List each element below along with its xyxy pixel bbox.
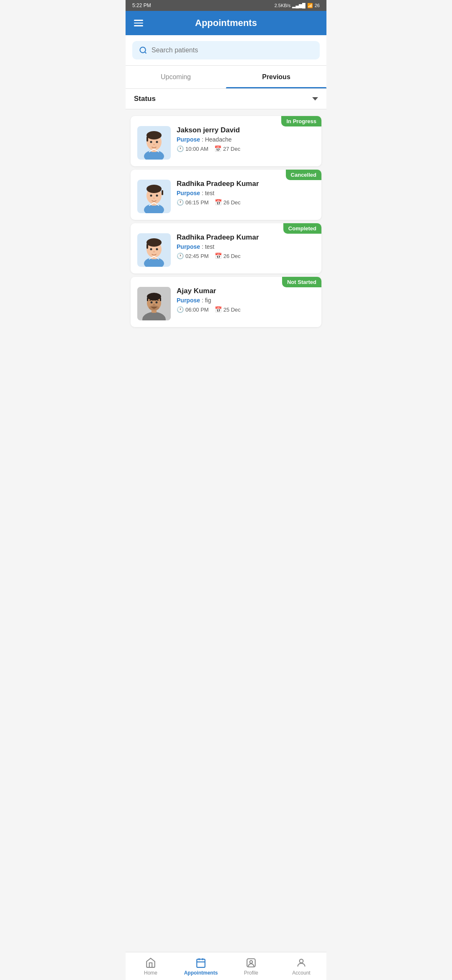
appointments-list: In Progress [126,109,326,368]
search-icon [139,46,147,54]
avatar-3 [137,233,171,267]
svg-point-18 [156,195,158,197]
patient-name-2: Radhika Pradeep Kumar [177,180,315,188]
card-info-4: Ajay Kumar Purpose : fig 🕐 06:00 PM 📅 25… [177,287,315,313]
appointment-card-1[interactable]: In Progress [131,116,321,166]
card-info-2: Radhika Pradeep Kumar Purpose : test 🕐 0… [177,180,315,206]
status-bar: 5:22 PM 2.5KB/s ▂▄▆█ 📶 26 [126,0,326,11]
chevron-down-icon [312,97,318,101]
nav-item-account[interactable]: Account [276,956,326,977]
profile-icon [246,957,257,968]
status-badge-1: In Progress [281,116,321,126]
appt-details-1: 🕐 10:00 AM 📅 27 Dec [177,145,315,152]
menu-button[interactable] [134,20,143,26]
purpose-value-2: : test [202,190,214,196]
header: Appointments [126,11,326,35]
svg-point-37 [151,302,153,304]
svg-point-44 [250,961,253,964]
appt-details-4: 🕐 06:00 PM 📅 25 Dec [177,306,315,313]
status-badge-3: Completed [283,223,321,234]
search-input[interactable] [152,46,313,54]
status-badge-4: Not Started [282,277,321,287]
clock-icon-4: 🕐 [177,306,184,313]
appointment-card-4[interactable]: Not Started [131,277,321,327]
date-detail-2: 📅 26 Dec [215,199,241,206]
nav-label-home: Home [144,970,157,976]
date-detail-4: 📅 25 Dec [215,306,241,313]
home-icon [145,957,156,968]
page-title: Appointments [150,18,302,28]
purpose-label-4: Purpose [177,297,200,304]
avatar-4 [137,287,171,320]
svg-line-1 [145,52,146,54]
avatar-2 [137,180,171,213]
appt-details-2: 🕐 06:15 PM 📅 26 Dec [177,199,315,206]
card-content-3: Radhika Pradeep Kumar Purpose : test 🕐 0… [137,233,315,267]
tab-previous[interactable]: Previous [226,66,326,88]
svg-point-17 [150,195,152,197]
menu-line-2 [134,23,143,24]
svg-point-0 [140,47,146,53]
battery-percent: 26 [315,3,320,8]
purpose-value-3: : test [202,243,214,250]
calendar-icon-4: 📅 [215,306,222,313]
svg-point-9 [156,141,158,143]
purpose-value-1: : Headache [202,136,232,143]
card-content-2: Radhika Pradeep Kumar Purpose : test 🕐 0… [137,180,315,213]
account-icon [296,957,307,968]
patient-name-3: Radhika Pradeep Kumar [177,233,315,242]
purpose-label-3: Purpose [177,243,200,250]
card-content-1: Jakson jerry David Purpose : Headache 🕐 … [137,126,315,160]
card-info-1: Jakson jerry David Purpose : Headache 🕐 … [177,126,315,152]
svg-point-34 [147,293,161,300]
time-detail-3: 🕐 02:45 PM [177,253,209,259]
purpose-label-1: Purpose [177,136,200,143]
purpose-1: Purpose : Headache [177,136,315,143]
calendar-icon-1: 📅 [214,145,221,152]
appointment-card-3[interactable]: Completed Radhika Pradeep K [131,223,321,273]
patient-name-1: Jakson jerry David [177,126,315,134]
avatar-1 [137,126,171,160]
status-bar-right: 2.5KB/s ▂▄▆█ 📶 26 [275,3,320,8]
status-badge-2: Cancelled [286,170,321,180]
nav-item-appointments[interactable]: Appointments [176,956,226,977]
svg-point-6 [146,131,162,139]
purpose-value-4: : fig [202,297,211,304]
nav-label-account: Account [292,970,310,976]
search-box[interactable] [132,41,320,59]
svg-point-19 [153,198,155,199]
date-detail-3: 📅 26 Dec [215,253,241,259]
svg-rect-25 [146,244,148,249]
nav-item-profile[interactable]: Profile [226,956,276,977]
time: 5:22 PM [132,3,151,8]
tabs-container: Upcoming Previous [126,66,326,89]
status-filter-label: Status [134,95,156,103]
tab-upcoming[interactable]: Upcoming [126,66,226,88]
svg-rect-7 [146,137,148,142]
svg-point-15 [146,185,162,193]
purpose-2: Purpose : test [177,190,315,196]
nav-bottom-wrapper: Home Appointments Profile [126,959,326,980]
clock-icon-3: 🕐 [177,253,184,259]
purpose-label-2: Purpose [177,190,200,196]
search-container [126,35,326,66]
svg-rect-16 [162,190,163,195]
nav-label-appointments: Appointments [184,970,218,976]
time-detail-2: 🕐 06:15 PM [177,199,209,206]
date-detail-1: 📅 27 Dec [214,145,240,152]
svg-point-26 [150,248,152,250]
wifi-icon: 📶 [307,3,313,8]
appt-details-3: 🕐 02:45 PM 📅 26 Dec [177,253,315,259]
status-filter[interactable]: Status [126,89,326,109]
nav-item-home[interactable]: Home [126,956,176,977]
svg-point-27 [156,248,158,250]
patient-name-4: Ajay Kumar [177,287,315,295]
menu-line-1 [134,20,143,21]
calendar-icon-3: 📅 [215,253,222,259]
svg-point-28 [153,251,155,253]
appointments-icon [195,957,206,968]
purpose-3: Purpose : test [177,243,315,250]
appointment-card-2[interactable]: Cancelled Radhika Pradeep K [131,170,321,220]
clock-icon-2: 🕐 [177,199,184,206]
svg-point-45 [300,959,303,963]
